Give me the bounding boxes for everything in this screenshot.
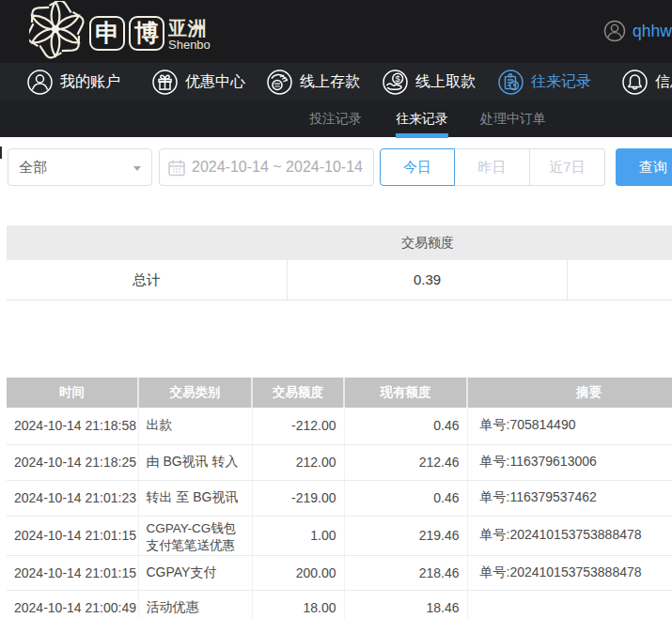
svg-text:$: $: [396, 73, 401, 84]
